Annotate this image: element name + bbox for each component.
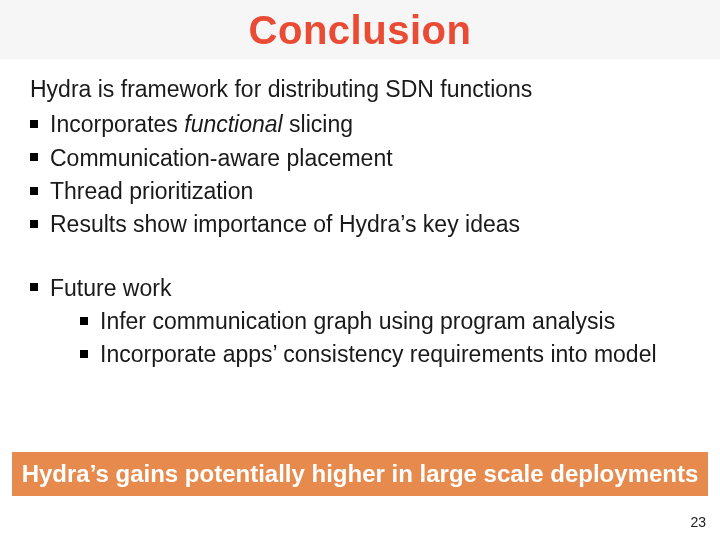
title-band: Conclusion: [0, 0, 720, 59]
slide-title: Conclusion: [0, 8, 720, 53]
bullet-text: Thread prioritization: [50, 178, 253, 204]
bullet-item: Results show importance of Hydra’s key i…: [30, 208, 692, 241]
bullet-list: Incorporates functional slicing Communic…: [30, 108, 692, 241]
sub-text: Incorporate apps’ consistency requiremen…: [100, 341, 657, 367]
callout-banner: Hydra’s gains potentially higher in larg…: [12, 452, 708, 496]
sub-list: Infer communication graph using program …: [50, 305, 692, 372]
sub-text: Infer communication graph using program …: [100, 308, 615, 334]
bullet-text: Incorporates: [50, 111, 184, 137]
bullet-item: Communication-aware placement: [30, 142, 692, 175]
bullet-text-italic: functional: [184, 111, 282, 137]
bullet-item: Incorporates functional slicing: [30, 108, 692, 141]
sub-item: Incorporate apps’ consistency requiremen…: [80, 338, 692, 371]
bullet-text: Communication-aware placement: [50, 145, 393, 171]
bullet-item: Future work Infer communication graph us…: [30, 272, 692, 372]
callout-text: Hydra’s gains potentially higher in larg…: [22, 460, 699, 487]
bullet-text: slicing: [283, 111, 353, 137]
spacer: [30, 242, 692, 272]
bullet-text: Future work: [50, 275, 171, 301]
bullet-text: Results show importance of Hydra’s key i…: [50, 211, 520, 237]
future-list: Future work Infer communication graph us…: [30, 272, 692, 372]
bullet-item: Thread prioritization: [30, 175, 692, 208]
slide: Conclusion Hydra is framework for distri…: [0, 0, 720, 540]
intro-text: Hydra is framework for distributing SDN …: [30, 73, 692, 106]
sub-item: Infer communication graph using program …: [80, 305, 692, 338]
page-number: 23: [690, 514, 706, 530]
content-area: Hydra is framework for distributing SDN …: [0, 59, 720, 372]
